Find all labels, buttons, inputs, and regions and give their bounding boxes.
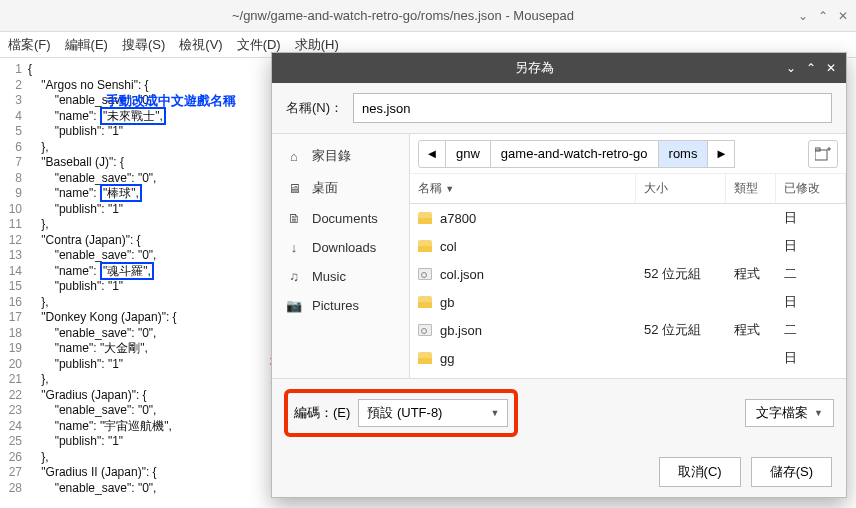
maximize-icon[interactable]: ⌃ [818, 9, 828, 23]
close-icon[interactable]: ✕ [838, 9, 848, 23]
sidebar-label: Downloads [312, 240, 376, 255]
line-number: 19 [0, 341, 28, 357]
sidebar-item[interactable]: 📷Pictures [272, 291, 409, 320]
code-text: { [28, 62, 32, 78]
line-number: 2 [0, 78, 28, 94]
place-icon: ↓ [286, 240, 302, 255]
code-text: "Gradius II (Japan)": { [28, 465, 157, 481]
line-number: 9 [0, 186, 28, 202]
filename-input[interactable] [353, 93, 832, 123]
new-folder-icon [815, 147, 831, 161]
menu-edit[interactable]: 編輯(E) [65, 36, 108, 54]
line-number: 5 [0, 124, 28, 140]
menu-document[interactable]: 文件(D) [237, 36, 281, 54]
menu-help[interactable]: 求助(H) [295, 36, 339, 54]
menu-view[interactable]: 檢視(V) [179, 36, 222, 54]
line-number: 15 [0, 279, 28, 295]
breadcrumb-back[interactable]: ◄ [418, 140, 446, 168]
code-text: "publish": "1" [28, 357, 123, 373]
code-text: "enable_save": "0", [28, 326, 156, 342]
file-row[interactable]: gg日 [410, 344, 846, 372]
code-text: "enable_save": "0", [28, 481, 156, 497]
col-name[interactable]: 名稱 ▼ [410, 174, 636, 203]
save-button[interactable]: 儲存(S) [751, 457, 832, 487]
line-number: 18 [0, 326, 28, 342]
encoding-select[interactable]: 預設 (UTF-8) ▼ [358, 399, 508, 427]
line-number: 11 [0, 217, 28, 233]
line-number: 1 [0, 62, 28, 78]
menu-search[interactable]: 搜尋(S) [122, 36, 165, 54]
code-text: }, [28, 450, 49, 466]
sidebar-item[interactable]: ↓Downloads [272, 233, 409, 262]
folder-icon [418, 352, 432, 364]
breadcrumb-forward[interactable]: ► [707, 140, 735, 168]
col-type[interactable]: 類型 [726, 174, 776, 203]
code-text: "publish": "1" [28, 434, 123, 450]
code-text: }, [28, 217, 49, 233]
place-icon: 🗎 [286, 211, 302, 226]
code-text: "Gradius (Japan)": { [28, 388, 147, 404]
highlighted-name: "棒球", [100, 184, 142, 202]
line-number: 17 [0, 310, 28, 326]
places-sidebar: ⌂家目錄🖥桌面🗎Documents↓Downloads♫Music📷Pictur… [272, 134, 410, 378]
sidebar-label: 桌面 [312, 179, 338, 197]
window-title: ~/gnw/game-and-watch-retro-go/roms/nes.j… [8, 8, 798, 23]
code-text: "Argos no Senshi": { [28, 78, 149, 94]
sidebar-item[interactable]: ♫Music [272, 262, 409, 291]
line-number: 24 [0, 419, 28, 435]
breadcrumb-roms[interactable]: roms [658, 140, 709, 168]
code-text: "name": "宇宙巡航機", [28, 419, 172, 435]
code-text: }, [28, 372, 49, 388]
folder-icon [418, 296, 432, 308]
breadcrumb-gnw[interactable]: gnw [445, 140, 491, 168]
code-text: "Donkey Kong (Japan)": { [28, 310, 177, 326]
line-number: 4 [0, 109, 28, 125]
place-icon: ♫ [286, 269, 302, 284]
file-list[interactable]: a7800日col日col.json52 位元組程式二gb日gb.json52 … [410, 204, 846, 378]
code-text: "publish": "1" [28, 124, 123, 140]
line-number: 6 [0, 140, 28, 156]
dialog-close-icon[interactable]: ✕ [826, 61, 836, 75]
sidebar-item[interactable]: 🗎Documents [272, 204, 409, 233]
cancel-button[interactable]: 取消(C) [659, 457, 741, 487]
breadcrumb-gawrg[interactable]: game-and-watch-retro-go [490, 140, 659, 168]
line-number: 21 [0, 372, 28, 388]
place-icon: 📷 [286, 298, 302, 313]
minimize-icon[interactable]: ⌄ [798, 9, 808, 23]
line-number: 28 [0, 481, 28, 497]
line-number: 12 [0, 233, 28, 249]
filetype-select[interactable]: 文字檔案 ▼ [745, 399, 834, 427]
folder-icon [418, 212, 432, 224]
line-number: 14 [0, 264, 28, 280]
line-number: 26 [0, 450, 28, 466]
dialog-max-icon[interactable]: ⌃ [806, 61, 816, 75]
line-number: 20 [0, 357, 28, 373]
new-folder-button[interactable] [808, 140, 838, 168]
code-text: }, [28, 295, 49, 311]
file-row[interactable]: col日 [410, 232, 846, 260]
col-modified[interactable]: 已修改 [776, 174, 846, 203]
sidebar-item[interactable]: 🖥桌面 [272, 172, 409, 204]
file-row[interactable]: gb日 [410, 288, 846, 316]
line-number: 22 [0, 388, 28, 404]
file-icon [418, 324, 432, 336]
menu-file[interactable]: 檔案(F) [8, 36, 51, 54]
file-row[interactable]: a7800日 [410, 204, 846, 232]
file-row[interactable]: gb.json52 位元組程式二 [410, 316, 846, 344]
sidebar-item[interactable]: ⌂家目錄 [272, 140, 409, 172]
col-size[interactable]: 大小 [636, 174, 726, 203]
filename-label: 名稱(N)： [286, 99, 343, 117]
code-text: "name": "棒球", [28, 186, 142, 202]
code-text: "name": "大金剛", [28, 341, 148, 357]
line-number: 8 [0, 171, 28, 187]
code-text: "name": "未來戰士", [28, 109, 166, 125]
dialog-min-icon[interactable]: ⌄ [786, 61, 796, 75]
sort-desc-icon: ▼ [445, 184, 454, 194]
window-titlebar: ~/gnw/game-and-watch-retro-go/roms/nes.j… [0, 0, 856, 32]
file-row[interactable]: col.json52 位元組程式二 [410, 260, 846, 288]
file-row[interactable]: gg.json305 位元組程式二 [410, 372, 846, 378]
breadcrumb: ◄ gnw game-and-watch-retro-go roms ► [410, 134, 846, 174]
chevron-down-icon: ▼ [490, 408, 499, 418]
annotation-rename: 手動改成中文遊戲名稱 [106, 92, 236, 110]
filelist-header: 名稱 ▼ 大小 類型 已修改 [410, 174, 846, 204]
